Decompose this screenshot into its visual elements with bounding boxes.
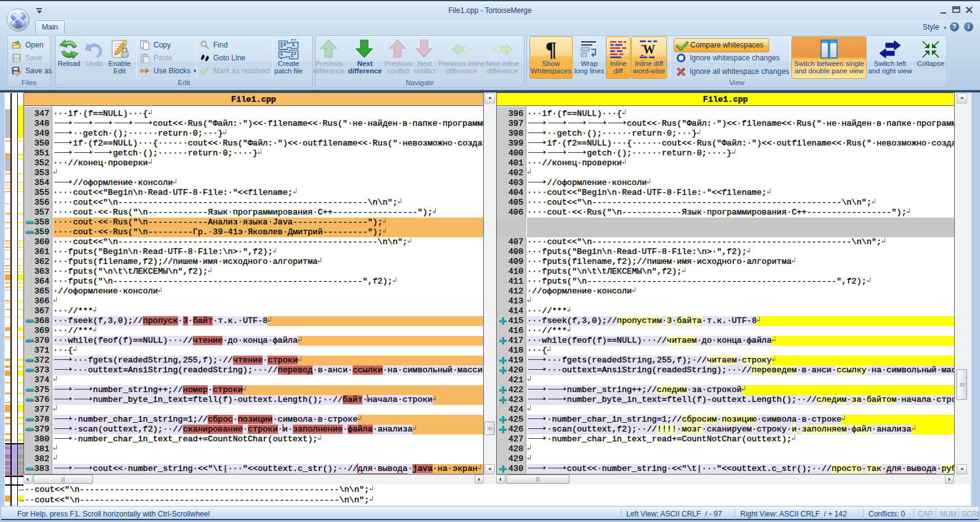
svg-text:W: W [643, 43, 655, 56]
